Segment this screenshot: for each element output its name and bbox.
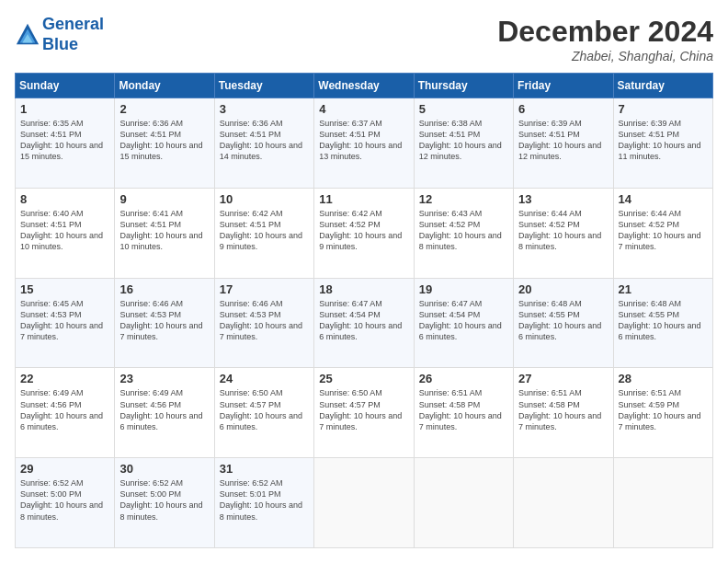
day-number: 27 <box>518 372 608 385</box>
day-number: 31 <box>220 462 309 476</box>
day-number: 1 <box>20 102 109 116</box>
calendar-cell: 4Sunrise: 6:37 AM Sunset: 4:51 PM Daylig… <box>314 98 414 189</box>
day-number: 10 <box>220 192 309 206</box>
day-number: 24 <box>220 372 309 385</box>
day-info: Sunrise: 6:51 AM Sunset: 4:58 PM Dayligh… <box>518 387 608 432</box>
day-number: 21 <box>619 282 708 296</box>
day-info: Sunrise: 6:40 AM Sunset: 4:51 PM Dayligh… <box>20 208 109 253</box>
day-info: Sunrise: 6:44 AM Sunset: 4:52 PM Dayligh… <box>518 208 608 253</box>
day-number: 11 <box>319 192 408 206</box>
logo: General Blue <box>15 15 104 54</box>
day-info: Sunrise: 6:35 AM Sunset: 4:51 PM Dayligh… <box>20 118 109 163</box>
day-number: 13 <box>518 192 608 206</box>
calendar-cell <box>613 458 712 548</box>
calendar-cell: 20Sunrise: 6:48 AM Sunset: 4:55 PM Dayli… <box>514 278 613 368</box>
day-number: 7 <box>619 102 708 116</box>
calendar-cell: 2Sunrise: 6:36 AM Sunset: 4:51 PM Daylig… <box>115 98 214 189</box>
day-info: Sunrise: 6:45 AM Sunset: 4:53 PM Dayligh… <box>20 298 109 343</box>
day-info: Sunrise: 6:51 AM Sunset: 4:58 PM Dayligh… <box>419 387 508 432</box>
calendar-cell: 28Sunrise: 6:51 AM Sunset: 4:59 PM Dayli… <box>613 368 712 458</box>
day-info: Sunrise: 6:49 AM Sunset: 4:56 PM Dayligh… <box>20 387 109 432</box>
day-info: Sunrise: 6:47 AM Sunset: 4:54 PM Dayligh… <box>319 298 408 343</box>
day-number: 12 <box>419 192 508 206</box>
day-info: Sunrise: 6:43 AM Sunset: 4:52 PM Dayligh… <box>419 208 508 253</box>
day-number: 16 <box>119 282 209 296</box>
day-info: Sunrise: 6:42 AM Sunset: 4:52 PM Dayligh… <box>319 208 408 253</box>
calendar-cell <box>514 458 613 548</box>
day-info: Sunrise: 6:48 AM Sunset: 4:55 PM Dayligh… <box>518 298 608 343</box>
day-info: Sunrise: 6:52 AM Sunset: 5:01 PM Dayligh… <box>220 477 309 523</box>
day-info: Sunrise: 6:50 AM Sunset: 4:57 PM Dayligh… <box>220 387 309 432</box>
calendar-week-row-3: 15Sunrise: 6:45 AM Sunset: 4:53 PM Dayli… <box>16 278 713 368</box>
calendar-cell: 22Sunrise: 6:49 AM Sunset: 4:56 PM Dayli… <box>16 368 115 458</box>
page: General Blue December 2024 Zhabei, Shang… <box>0 0 728 563</box>
day-info: Sunrise: 6:42 AM Sunset: 4:51 PM Dayligh… <box>220 208 309 253</box>
calendar-cell: 6Sunrise: 6:39 AM Sunset: 4:51 PM Daylig… <box>514 98 613 189</box>
calendar-cell: 8Sunrise: 6:40 AM Sunset: 4:51 PM Daylig… <box>16 188 115 278</box>
logo-icon <box>15 22 40 48</box>
col-wednesday: Wednesday <box>314 74 414 98</box>
calendar-cell: 30Sunrise: 6:52 AM Sunset: 5:00 PM Dayli… <box>115 458 214 548</box>
day-number: 23 <box>119 372 209 385</box>
col-friday: Friday <box>514 74 613 98</box>
day-info: Sunrise: 6:38 AM Sunset: 4:51 PM Dayligh… <box>419 118 508 163</box>
calendar-header-row: Sunday Monday Tuesday Wednesday Thursday… <box>16 74 713 98</box>
day-number: 14 <box>619 192 708 206</box>
calendar-week-row-5: 29Sunrise: 6:52 AM Sunset: 5:00 PM Dayli… <box>16 458 713 548</box>
day-info: Sunrise: 6:46 AM Sunset: 4:53 PM Dayligh… <box>119 298 209 343</box>
calendar-cell: 7Sunrise: 6:39 AM Sunset: 4:51 PM Daylig… <box>613 98 712 189</box>
day-number: 17 <box>220 282 309 296</box>
day-number: 30 <box>119 462 209 476</box>
location: Zhabei, Shanghai, China <box>497 49 713 63</box>
calendar-cell: 24Sunrise: 6:50 AM Sunset: 4:57 PM Dayli… <box>214 368 313 458</box>
day-info: Sunrise: 6:52 AM Sunset: 5:00 PM Dayligh… <box>119 477 209 523</box>
day-number: 25 <box>319 372 408 385</box>
calendar-cell: 27Sunrise: 6:51 AM Sunset: 4:58 PM Dayli… <box>514 368 613 458</box>
calendar-cell <box>314 458 414 548</box>
calendar-cell: 17Sunrise: 6:46 AM Sunset: 4:53 PM Dayli… <box>214 278 313 368</box>
calendar-cell: 18Sunrise: 6:47 AM Sunset: 4:54 PM Dayli… <box>314 278 414 368</box>
calendar-table: Sunday Monday Tuesday Wednesday Thursday… <box>15 73 713 548</box>
calendar-cell: 15Sunrise: 6:45 AM Sunset: 4:53 PM Dayli… <box>16 278 115 368</box>
calendar-cell <box>414 458 513 548</box>
day-info: Sunrise: 6:50 AM Sunset: 4:57 PM Dayligh… <box>319 387 408 432</box>
calendar-cell: 1Sunrise: 6:35 AM Sunset: 4:51 PM Daylig… <box>16 98 115 189</box>
day-info: Sunrise: 6:48 AM Sunset: 4:55 PM Dayligh… <box>619 298 708 343</box>
day-number: 2 <box>119 102 209 116</box>
header: General Blue December 2024 Zhabei, Shang… <box>15 15 713 63</box>
calendar-cell: 29Sunrise: 6:52 AM Sunset: 5:00 PM Dayli… <box>16 458 115 548</box>
calendar-cell: 9Sunrise: 6:41 AM Sunset: 4:51 PM Daylig… <box>115 188 214 278</box>
day-number: 26 <box>419 372 508 385</box>
calendar-cell: 5Sunrise: 6:38 AM Sunset: 4:51 PM Daylig… <box>414 98 513 189</box>
calendar-cell: 16Sunrise: 6:46 AM Sunset: 4:53 PM Dayli… <box>115 278 214 368</box>
calendar-cell: 21Sunrise: 6:48 AM Sunset: 4:55 PM Dayli… <box>613 278 712 368</box>
day-info: Sunrise: 6:37 AM Sunset: 4:51 PM Dayligh… <box>319 118 408 163</box>
col-monday: Monday <box>115 74 214 98</box>
day-info: Sunrise: 6:44 AM Sunset: 4:52 PM Dayligh… <box>619 208 708 253</box>
day-info: Sunrise: 6:52 AM Sunset: 5:00 PM Dayligh… <box>20 477 109 523</box>
calendar-cell: 3Sunrise: 6:36 AM Sunset: 4:51 PM Daylig… <box>214 98 313 189</box>
calendar-cell: 13Sunrise: 6:44 AM Sunset: 4:52 PM Dayli… <box>514 188 613 278</box>
col-thursday: Thursday <box>414 74 513 98</box>
month-title: December 2024 <box>497 15 713 49</box>
day-number: 22 <box>20 372 109 385</box>
day-info: Sunrise: 6:41 AM Sunset: 4:51 PM Dayligh… <box>119 208 209 253</box>
day-number: 9 <box>119 192 209 206</box>
logo-blue: Blue <box>42 35 78 53</box>
day-info: Sunrise: 6:39 AM Sunset: 4:51 PM Dayligh… <box>518 118 608 163</box>
calendar-cell: 10Sunrise: 6:42 AM Sunset: 4:51 PM Dayli… <box>214 188 313 278</box>
title-area: December 2024 Zhabei, Shanghai, China <box>497 15 713 63</box>
day-info: Sunrise: 6:36 AM Sunset: 4:51 PM Dayligh… <box>119 118 209 163</box>
calendar-cell: 12Sunrise: 6:43 AM Sunset: 4:52 PM Dayli… <box>414 188 513 278</box>
day-number: 6 <box>518 102 608 116</box>
day-number: 20 <box>518 282 608 296</box>
calendar-cell: 23Sunrise: 6:49 AM Sunset: 4:56 PM Dayli… <box>115 368 214 458</box>
calendar-week-row-1: 1Sunrise: 6:35 AM Sunset: 4:51 PM Daylig… <box>16 98 713 189</box>
day-info: Sunrise: 6:39 AM Sunset: 4:51 PM Dayligh… <box>619 118 708 163</box>
day-number: 18 <box>319 282 408 296</box>
day-info: Sunrise: 6:47 AM Sunset: 4:54 PM Dayligh… <box>419 298 508 343</box>
day-info: Sunrise: 6:46 AM Sunset: 4:53 PM Dayligh… <box>220 298 309 343</box>
calendar-week-row-2: 8Sunrise: 6:40 AM Sunset: 4:51 PM Daylig… <box>16 188 713 278</box>
calendar-cell: 25Sunrise: 6:50 AM Sunset: 4:57 PM Dayli… <box>314 368 414 458</box>
day-number: 29 <box>20 462 109 476</box>
